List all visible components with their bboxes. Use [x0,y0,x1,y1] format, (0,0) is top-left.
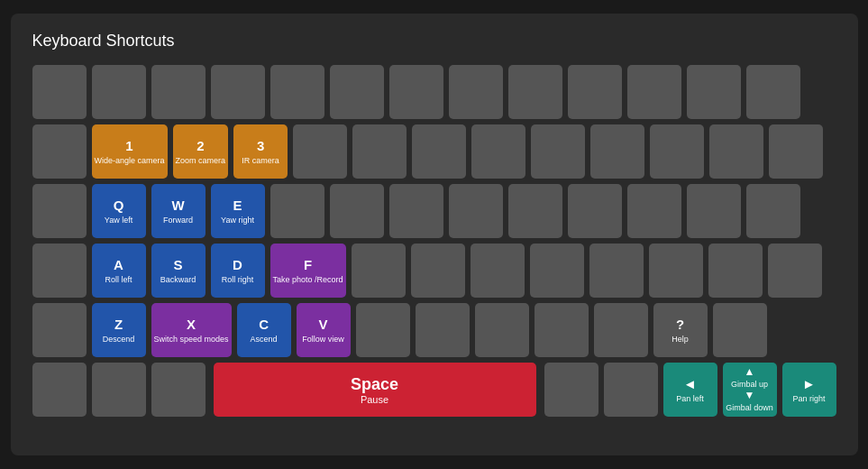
key-blank[interactable] [352,124,407,179]
key-letter: ? [676,316,684,334]
key-z-descend[interactable]: Z Descend [92,303,146,357]
arrow-up-down-icon: ▲ [745,366,755,378]
key-label: Wide-angle camera [95,156,165,166]
key-question-help[interactable]: ? Help [653,303,708,357]
key-blank[interactable] [270,184,324,238]
key-letter: F [304,256,312,274]
key-space-pause[interactable]: Space Pause [214,363,536,417]
key-x-speed-modes[interactable]: X Switch speed modes [151,303,232,357]
key-letter: A [114,256,123,274]
key-blank[interactable] [709,124,763,179]
key-blank[interactable] [589,244,644,298]
key-blank[interactable] [412,124,466,179]
key-blank[interactable] [604,363,658,417]
key-blank[interactable] [151,363,206,417]
key-blank[interactable] [32,363,87,417]
key-blank[interactable] [32,184,87,238]
keyboard-row-5: Z Descend X Switch speed modes C Ascend … [32,303,836,357]
key-blank[interactable] [594,303,648,357]
key-label: Ascend [251,335,278,345]
key-blank[interactable] [650,124,704,179]
key-blank[interactable] [627,65,681,119]
key-blank[interactable] [330,184,384,238]
key-e-yaw-right[interactable]: E Yaw right [211,184,265,238]
key-label: Help [672,335,689,345]
key-blank[interactable] [627,184,681,238]
key-1-wide-angle[interactable]: 1 Wide-angle camera [92,124,168,179]
space-label: Space [351,375,398,394]
key-blank[interactable] [746,65,800,119]
key-blank[interactable] [471,244,525,298]
key-blank[interactable] [389,184,443,238]
keyboard-row-3: Q Yaw left W Forward E Yaw right [32,184,836,238]
key-blank[interactable] [708,244,763,298]
key-label: Roll right [222,275,254,285]
key-letter: V [319,316,328,334]
key-blank[interactable] [92,363,146,417]
key-blank[interactable] [568,184,622,238]
key-blank[interactable] [32,303,87,357]
key-label: Take photo /Record [273,275,343,285]
key-blank[interactable] [449,184,503,238]
key-letter: E [233,197,242,215]
key-2-zoom[interactable]: 2 Zoom camera [173,124,229,179]
key-blank[interactable] [471,124,525,179]
key-pan-right[interactable]: ► Pan right [782,363,836,417]
key-blank[interactable] [293,124,347,179]
key-blank[interactable] [590,124,644,179]
key-blank[interactable] [32,244,87,298]
key-blank[interactable] [769,124,823,179]
page-title: Keyboard Shortcuts [32,32,836,51]
key-v-follow-view[interactable]: V Follow view [297,303,351,357]
key-blank[interactable] [92,65,146,119]
key-a-roll-left[interactable]: A Roll left [92,244,146,298]
key-d-roll-right[interactable]: D Roll right [211,244,265,298]
key-pan-left[interactable]: ◄ Pan left [663,363,717,417]
key-letter: W [171,197,184,215]
key-gimbal-up-down[interactable]: ▲ Gimbal up ▼ Gimbal down [723,363,777,417]
key-letter: 2 [196,137,204,155]
keyboard-shortcuts-container: Keyboard Shortcuts 1 Wide-angle camera [11,14,858,455]
key-3-ir[interactable]: 3 IR camera [233,124,288,179]
key-blank[interactable] [32,65,87,119]
key-label: Follow view [302,335,344,345]
key-blank[interactable] [568,65,622,119]
key-c-ascend[interactable]: C Ascend [237,303,291,357]
key-f-photo-record[interactable]: F Take photo /Record [270,244,346,298]
key-blank[interactable] [746,184,800,238]
key-blank[interactable] [768,244,822,298]
key-blank[interactable] [687,65,741,119]
key-letter: 1 [125,137,132,155]
key-label: Switch speed modes [154,335,229,345]
key-blank[interactable] [687,184,741,238]
key-blank[interactable] [449,65,503,119]
key-blank[interactable] [713,303,767,357]
key-blank[interactable] [330,65,384,119]
key-blank[interactable] [356,303,410,357]
key-label: Forward [163,216,193,225]
key-blank[interactable] [531,124,585,179]
key-blank[interactable] [535,303,589,357]
key-blank[interactable] [416,303,470,357]
key-blank[interactable] [508,65,562,119]
key-blank[interactable] [270,65,324,119]
key-label-gimbal-down: Gimbal down [726,403,773,413]
arrow-down-icon: ▼ [745,390,755,401]
key-blank[interactable] [389,65,443,119]
key-blank[interactable] [475,303,529,357]
key-blank[interactable] [151,65,206,119]
key-s-backward[interactable]: S Backward [151,244,206,298]
key-q-yaw-left[interactable]: Q Yaw left [92,184,146,238]
key-blank[interactable] [411,244,465,298]
key-blank[interactable] [508,184,562,238]
arrow-right-icon: ► [802,375,816,393]
key-blank[interactable] [530,244,584,298]
key-blank[interactable] [32,124,87,179]
keyboard-row-4: A Roll left S Backward D Roll right F Ta… [32,244,836,298]
key-blank[interactable] [211,65,265,119]
key-blank[interactable] [649,244,703,298]
key-blank[interactable] [544,363,598,417]
key-blank[interactable] [352,244,406,298]
key-letter: D [233,256,242,274]
key-w-forward[interactable]: W Forward [151,184,206,238]
